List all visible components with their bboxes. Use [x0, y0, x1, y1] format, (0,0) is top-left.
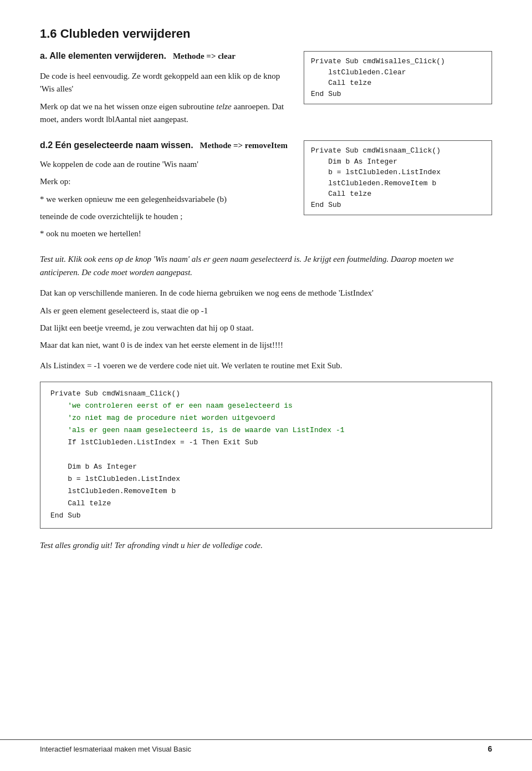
para3: Dat lijkt een beetje vreemd, je zou verw…: [40, 322, 492, 334]
footer-left: Interactief lesmateriaal maken met Visua…: [40, 745, 191, 753]
section-d-bullet3: * ook nu moeten we hertellen!: [40, 227, 290, 240]
code-large-if: If lstClubleden.ListIndex = -1 Then Exit…: [50, 438, 258, 447]
section-d: d.2 Eén geselecteerde naam wissen. Metho…: [40, 140, 492, 245]
section-d-code: Private Sub cmdWisnaam_Click() Dim b As …: [304, 140, 492, 215]
section-d-heading: d.2 Eén geselecteerde naam wissen.: [40, 140, 193, 150]
section-a-header-row: a. Alle elementen verwijderen. Methode =…: [40, 51, 290, 64]
footer: Interactief lesmateriaal maken met Visua…: [0, 739, 532, 753]
code-large-comment3: 'als er geen naam geselecteerd is, is de…: [50, 426, 345, 434]
section-a-method: Methode => clear: [173, 52, 236, 61]
page: 1.6 Clubleden verwijderen a. Alle elemen…: [0, 0, 532, 771]
section-a-code: Private Sub cmdWisalles_Click() lstClubl…: [304, 51, 492, 104]
para1: Dat kan op verschillende manieren. In de…: [40, 287, 492, 300]
section-a-text2: Merk op dat we na het wissen onze eigen …: [40, 100, 290, 126]
para-group: Dat kan op verschillende manieren. In de…: [40, 287, 492, 352]
code-box-d: Private Sub cmdWisnaam_Click() Dim b As …: [304, 140, 492, 215]
section-heading: 1.6 Clubleden verwijderen: [40, 27, 492, 41]
footer-page-number: 6: [488, 744, 492, 753]
code-large-end: End Sub: [50, 511, 81, 520]
section-d-method: Methode => removeItem: [200, 141, 288, 150]
para-exit: Als Listindex = -1 voeren we de verdere …: [40, 359, 492, 372]
test-italic-1: Test uit. Klik ook eens op de knop 'Wis …: [40, 252, 492, 279]
section-d-header-row: d.2 Eén geselecteerde naam wissen. Metho…: [40, 140, 290, 154]
para4: Maar dat kan niet, want 0 is de index va…: [40, 339, 492, 352]
telze-italic: telze: [216, 102, 232, 111]
code-large-comment2: 'zo niet mag de procedure niet worden ui…: [50, 414, 275, 422]
test-italic-2: Test alles grondig uit! Ter afronding vi…: [40, 539, 492, 552]
section-d-bullet1: * we werken opnieuw me een gelegenheidsv…: [40, 193, 290, 206]
section-d-bullet2: teneinde de code overzichtelijk te houde…: [40, 210, 290, 223]
code-large-comment1: 'we controleren eerst of er een naam ges…: [50, 402, 293, 410]
section-a-left: a. Alle elementen verwijderen. Methode =…: [40, 51, 290, 130]
code-large-line1: Private Sub cmdWisnaam_Click(): [50, 389, 180, 398]
section-d-merk: Merk op:: [40, 175, 290, 188]
code-large-remove: lstClubleden.RemoveItem b: [50, 487, 176, 495]
code-large-b: b = lstClubleden.ListIndex: [50, 475, 180, 483]
code-large: Private Sub cmdWisnaam_Click() 'we contr…: [40, 382, 492, 529]
code-large-call: Call telze: [50, 499, 111, 508]
section-a-text1: De code is heel eenvoudig. Ze wordt geko…: [40, 70, 290, 96]
section-d-text1: We koppelen de code aan de routine 'Wis …: [40, 158, 290, 171]
code-box-a: Private Sub cmdWisalles_Click() lstClubl…: [304, 51, 492, 104]
section-a-heading: a. Alle elementen verwijderen.: [40, 51, 166, 61]
section-a: a. Alle elementen verwijderen. Methode =…: [40, 51, 492, 130]
para2: Als er geen element geselecteerd is, sta…: [40, 305, 492, 317]
code-large-dim: Dim b As Integer: [50, 463, 137, 471]
section-d-left: d.2 Eén geselecteerde naam wissen. Metho…: [40, 140, 290, 245]
